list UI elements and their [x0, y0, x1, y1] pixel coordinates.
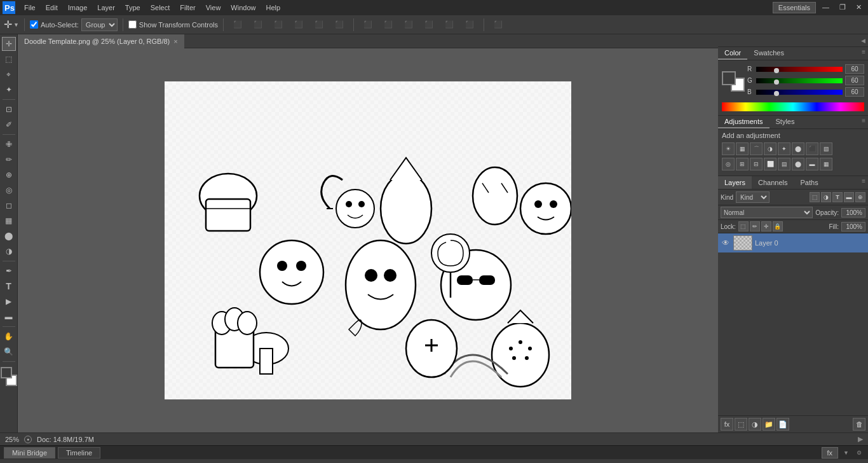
selection-tool[interactable]: ⬚: [2, 52, 16, 66]
color-panel-menu[interactable]: ≡: [859, 47, 868, 60]
hand-tool[interactable]: ✋: [2, 329, 16, 343]
layers-panel-menu[interactable]: ≡: [859, 176, 868, 189]
new-group-btn[interactable]: 📁: [763, 418, 775, 431]
tab-paths[interactable]: Paths: [794, 176, 825, 189]
adjustments-panel-menu[interactable]: ≡: [859, 116, 868, 128]
add-mask-btn[interactable]: ⬚: [735, 418, 747, 431]
table-row[interactable]: 👁 Layer 0: [718, 233, 868, 252]
g-slider[interactable]: [756, 78, 843, 83]
align-left-btn[interactable]: ⬛: [229, 18, 247, 32]
layer-visibility-icon[interactable]: 👁: [721, 238, 731, 248]
transform-checkbox[interactable]: [128, 20, 137, 29]
lasso-tool[interactable]: ⌖: [2, 67, 16, 81]
opacity-value[interactable]: [841, 208, 865, 218]
group-select[interactable]: Group Layer: [81, 18, 118, 31]
filter-pixel-icon[interactable]: ⬚: [810, 192, 820, 202]
restore-btn[interactable]: ❐: [836, 2, 850, 13]
filter-smart-icon[interactable]: ⊕: [855, 192, 865, 202]
channel-mixer-btn[interactable]: ⊞: [736, 158, 749, 170]
close-btn[interactable]: ✕: [852, 2, 865, 13]
document-tab-item[interactable]: Doodle Template.png @ 25% (Layer 0, RGB/…: [18, 34, 184, 48]
levels-btn[interactable]: ▦: [736, 142, 749, 155]
align-middle-btn[interactable]: ⬛: [310, 18, 328, 32]
r-slider[interactable]: [756, 67, 843, 72]
align-bottom-btn[interactable]: ⬛: [330, 18, 348, 32]
align-center-btn[interactable]: ⬛: [249, 18, 267, 32]
gradient-tool[interactable]: ▦: [2, 214, 16, 228]
magic-wand-tool[interactable]: ✦: [2, 83, 16, 97]
menu-type[interactable]: Type: [120, 3, 146, 13]
menu-view[interactable]: View: [201, 3, 226, 13]
color-balance-btn[interactable]: ⬛: [806, 142, 818, 155]
minimize-btn[interactable]: —: [818, 2, 833, 13]
text-tool[interactable]: T: [2, 279, 16, 293]
brightness-contrast-btn[interactable]: ☀: [722, 142, 735, 155]
menu-window[interactable]: Window: [226, 3, 261, 13]
fill-value[interactable]: [841, 222, 865, 232]
history-brush-tool[interactable]: ◎: [2, 183, 16, 197]
zoom-indicator-btn[interactable]: ●: [24, 436, 32, 443]
r-value-input[interactable]: 60: [845, 64, 864, 74]
threshold-btn[interactable]: ⬤: [792, 158, 804, 170]
selective-color-btn[interactable]: ▦: [820, 158, 832, 170]
tab-swatches[interactable]: Swatches: [747, 47, 790, 60]
menu-image[interactable]: Image: [63, 3, 93, 13]
menu-select[interactable]: Select: [146, 3, 175, 13]
black-white-btn[interactable]: ▧: [820, 142, 832, 155]
align-right-btn[interactable]: ⬛: [269, 18, 287, 32]
curves-btn[interactable]: ⌒: [750, 142, 763, 155]
dist-top-btn[interactable]: ⬛: [420, 18, 438, 32]
foreground-color[interactable]: [1, 367, 12, 378]
crop-tool[interactable]: ⊡: [2, 102, 16, 116]
fx-button[interactable]: fx: [822, 447, 839, 459]
posterize-btn[interactable]: ▤: [778, 158, 790, 170]
auto-align-btn[interactable]: ⬛: [489, 18, 507, 32]
color-lookup-btn[interactable]: ⊟: [750, 158, 763, 170]
dist-bottom-btn[interactable]: ⬛: [461, 18, 478, 32]
exposure-btn[interactable]: ◑: [764, 142, 776, 155]
timeline-tab[interactable]: Timeline: [58, 447, 100, 459]
photo-filter-btn[interactable]: ◎: [722, 158, 735, 170]
new-layer-btn[interactable]: 📄: [776, 418, 789, 431]
foreground-color-swatch[interactable]: [722, 71, 736, 85]
menu-file[interactable]: File: [19, 3, 41, 13]
eyedropper-tool[interactable]: ✐: [2, 118, 16, 132]
hue-saturation-btn[interactable]: ⬤: [792, 142, 804, 155]
lock-all-icon[interactable]: 🔒: [773, 221, 783, 232]
fg-bg-color-picker[interactable]: [722, 71, 745, 92]
color-spectrum-bar[interactable]: [722, 102, 864, 111]
vibrance-btn[interactable]: ✦: [778, 142, 790, 155]
clone-tool[interactable]: ⊕: [2, 168, 16, 182]
lock-position-icon[interactable]: ✛: [761, 221, 771, 232]
panel-collapse-arrow[interactable]: ◀: [861, 38, 865, 44]
dist-center-h-btn[interactable]: ⬛: [379, 18, 397, 32]
panel-settings-icon[interactable]: ⚙: [854, 448, 864, 457]
spot-heal-tool[interactable]: ✙: [2, 137, 16, 151]
kind-select[interactable]: Kind Name Effect: [736, 191, 770, 203]
b-value-input[interactable]: 60: [845, 87, 864, 97]
align-top-btn[interactable]: ⬛: [290, 18, 308, 32]
tab-adjustments[interactable]: Adjustments: [718, 116, 770, 128]
color-picker[interactable]: [1, 367, 17, 386]
tab-color[interactable]: Color: [718, 47, 747, 60]
menu-filter[interactable]: Filter: [175, 3, 200, 13]
zoom-tool[interactable]: 🔍: [2, 345, 16, 359]
g-value-input[interactable]: 60: [845, 76, 864, 85]
delete-layer-btn[interactable]: 🗑: [853, 418, 865, 431]
filter-adj-icon[interactable]: ◑: [821, 192, 831, 202]
move-tool[interactable]: ✛: [2, 37, 16, 51]
mini-bridge-tab[interactable]: Mini Bridge: [4, 447, 55, 459]
brush-tool[interactable]: ✏: [2, 153, 16, 167]
panel-close-icon[interactable]: ▼: [841, 448, 851, 457]
lock-pixels-icon[interactable]: ✏: [750, 221, 760, 232]
gradient-map-btn[interactable]: ▬: [806, 158, 818, 170]
menu-edit[interactable]: Edit: [41, 3, 63, 13]
lock-transparent-icon[interactable]: ⬚: [738, 221, 749, 232]
dodge-tool[interactable]: ◑: [2, 244, 16, 258]
status-expand-arrow[interactable]: ▶: [858, 435, 863, 443]
invert-btn[interactable]: ⬜: [764, 158, 776, 170]
filter-shape-icon[interactable]: ▬: [844, 192, 854, 202]
auto-select-checkbox[interactable]: [30, 20, 38, 29]
tab-layers[interactable]: Layers: [718, 176, 752, 189]
workspace-selector[interactable]: Essentials: [773, 2, 816, 13]
